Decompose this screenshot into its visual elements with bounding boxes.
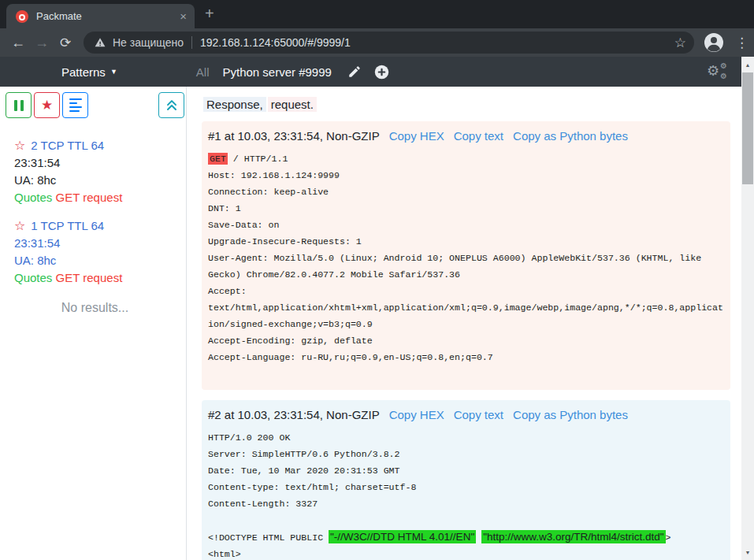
tab-current-stream[interactable]: Python server #9999 (222, 65, 331, 79)
url-text[interactable]: 192.168.1.124:65000/#/9999/1 (200, 36, 668, 49)
packet-payload-line: Accept: (208, 283, 724, 299)
packet-payload-line: text/html,application/xhtml+xml,applicat… (208, 299, 724, 316)
page-scrollbar[interactable]: ▲ ▼ (741, 57, 754, 560)
packet-card-request: #1 at 10.03, 23:31:54, Non-GZIPCopy HEXC… (202, 121, 730, 390)
forward-icon: → (30, 35, 54, 51)
stream-time: 23:31:54 (14, 154, 184, 172)
edit-pencil-icon[interactable] (347, 65, 362, 79)
scrollbar-thumb[interactable] (742, 72, 753, 184)
stream-tags: Quotes GET request (14, 189, 184, 206)
pause-capture-button[interactable] (6, 92, 32, 118)
packet-payload-line: GET / HTTP/1.1 (208, 150, 724, 167)
favorite-star-icon[interactable]: ☆ (14, 139, 25, 152)
double-chevron-up-icon (164, 98, 180, 113)
services-gears-icon[interactable]: ⚙ ⚙ ⚙ (707, 62, 727, 81)
highlighted-match: GET (208, 153, 228, 165)
stream-list-item[interactable]: ☆1 TCP TTL 6423:31:54UA: 8hcQuotes GET r… (6, 217, 184, 298)
scroll-up-icon[interactable]: ▲ (741, 58, 754, 71)
chevron-down-icon: ▼ (110, 68, 117, 76)
stream-list-item[interactable]: ☆2 TCP TTL 6423:31:54UA: 8hcQuotes GET r… (6, 137, 184, 217)
packet-header: #1 at 10.03, 23:31:54, Non-GZIPCopy HEXC… (208, 129, 724, 143)
copy-action-link[interactable]: Copy HEX (389, 408, 444, 421)
new-tab-button[interactable]: + (205, 5, 214, 23)
highlighted-match: "http://www.w3.org/TR/html4/strict.dtd" (481, 530, 665, 543)
patterns-filter-button[interactable] (62, 92, 88, 118)
packet-payload-line: Content-type: text/html; charset=utf-8 (208, 479, 724, 495)
tab-close-icon[interactable]: × (180, 10, 187, 22)
patterns-dropdown[interactable]: Patterns ▼ (61, 65, 117, 79)
packet-payload-line: Server: SimpleHTTP/0.6 Python/3.8.2 (208, 446, 724, 462)
packet-payload-line: Save-Data: on (208, 217, 724, 233)
profile-avatar-icon[interactable] (704, 32, 724, 53)
packet-payload-line: Date: Tue, 10 Mar 2020 20:31:53 GMT (208, 462, 724, 479)
browser-tab-strip: Packmate × + (0, 0, 754, 28)
packet-label: #2 at 10.03, 23:31:54, Non-GZIP (208, 408, 380, 421)
packmate-favicon-icon (16, 10, 28, 23)
stream-title-row: ☆1 TCP TTL 64 (14, 217, 184, 235)
browser-toolbar: ← → ⟳ Не защищено 192.168.1.124:65000/#/… (0, 28, 754, 57)
favorites-filter-button[interactable]: ★ (34, 92, 60, 118)
app-header: Patterns ▼ All Python server #9999 ⚙ ⚙ ⚙ (0, 57, 741, 87)
pause-icon (14, 100, 24, 111)
back-icon[interactable]: ← (6, 35, 30, 51)
summary-term: Response, (203, 97, 266, 112)
browser-tab[interactable]: Packmate × (6, 4, 195, 28)
stream-user-agent: UA: 8hc (14, 172, 184, 189)
summary-term: request. (268, 97, 317, 112)
scroll-down-icon[interactable]: ▼ (741, 546, 754, 558)
packet-payload-line: <!DOCTYPE HTML PUBLIC "-//W3C//DTD HTML … (208, 528, 724, 546)
stream-content: Response,request. #1 at 10.03, 23:31:54,… (188, 87, 741, 560)
address-bar[interactable]: Не защищено 192.168.1.124:65000/#/9999/1… (84, 32, 694, 54)
packet-label: #1 at 10.03, 23:31:54, Non-GZIP (208, 129, 380, 143)
packet-payload-line: ion/signed-exchange;v=b3;q=0.9 (208, 316, 724, 332)
packet-payload-line (208, 365, 724, 382)
copy-action-link[interactable]: Copy text (454, 129, 503, 143)
browser-menu-icon[interactable]: ⋮ (735, 35, 746, 51)
pattern-tag: GET request (56, 191, 123, 204)
packet-header: #2 at 10.03, 23:31:54, Non-GZIPCopy HEXC… (208, 408, 724, 421)
tab-all-streams[interactable]: All (196, 65, 210, 79)
packet-payload-line: Content-Length: 3327 (208, 495, 724, 512)
sidebar-controls: ★ (6, 92, 184, 118)
reload-icon[interactable]: ⟳ (54, 35, 77, 51)
pattern-tag: Quotes (14, 271, 52, 284)
no-results-text: No results... (6, 301, 184, 315)
patterns-label: Patterns (61, 65, 106, 79)
stream-sidebar: ★ ☆2 TCP TTL 6423:31:54UA: 8hcQuotes GET… (0, 87, 187, 560)
favorite-star-icon[interactable]: ☆ (14, 219, 25, 232)
packet-payload-line: User-Agent: Mozilla/5.0 (Linux; Android … (208, 250, 724, 266)
stream-tags: Quotes GET request (14, 269, 184, 287)
stream-user-agent: UA: 8hc (14, 252, 184, 269)
stream-title-row: ☆2 TCP TTL 64 (14, 137, 184, 154)
add-stream-icon[interactable] (374, 65, 389, 80)
packet-payload-line: Upgrade-Insecure-Requests: 1 (208, 233, 724, 250)
packet-payload-line (208, 512, 724, 528)
omnibox-divider (191, 36, 192, 49)
copy-action-link[interactable]: Copy HEX (389, 129, 444, 143)
stream-list: ☆2 TCP TTL 6423:31:54UA: 8hcQuotes GET r… (6, 137, 184, 298)
copy-action-link[interactable]: Copy as Python bytes (513, 129, 628, 143)
packet-payload: HTTP/1.0 200 OKServer: SimpleHTTP/0.6 Py… (208, 429, 724, 560)
star-icon: ★ (41, 97, 53, 113)
stream-time: 23:31:54 (14, 235, 184, 252)
packet-payload-line: <html> (208, 546, 724, 560)
copy-action-link[interactable]: Copy text (454, 408, 503, 421)
packet-payload-line: Accept-Language: ru-RU,ru;q=0.9,en-US;q=… (208, 349, 724, 365)
tab-title: Packmate (36, 10, 82, 22)
not-secure-warning-icon (95, 37, 106, 48)
packet-payload-line: Gecko) Chrome/82.0.4077.2 Mobile Safari/… (208, 266, 724, 283)
stream-title: 2 TCP TTL 64 (31, 139, 104, 152)
packet-payload-line: Connection: keep-alive (208, 184, 724, 200)
pattern-tag: GET request (56, 271, 123, 284)
packet-payload-line: Host: 192.168.1.124:9999 (208, 167, 724, 184)
stream-title: 1 TCP TTL 64 (31, 219, 104, 232)
packet-payload-line: HTTP/1.0 200 OK (208, 429, 724, 446)
bookmark-star-icon[interactable]: ☆ (674, 35, 686, 51)
packet-payload-line: Accept-Encoding: gzip, deflate (208, 332, 724, 349)
collapse-sidebar-button[interactable] (158, 92, 184, 118)
security-status-label[interactable]: Не защищено (113, 36, 184, 49)
copy-action-link[interactable]: Copy as Python bytes (513, 408, 628, 421)
packet-payload: GET / HTTP/1.1Host: 192.168.1.124:9999Co… (208, 150, 724, 382)
highlighted-match: "-//W3C//DTD HTML 4.01//EN" (329, 530, 476, 543)
align-left-icon (69, 98, 82, 113)
